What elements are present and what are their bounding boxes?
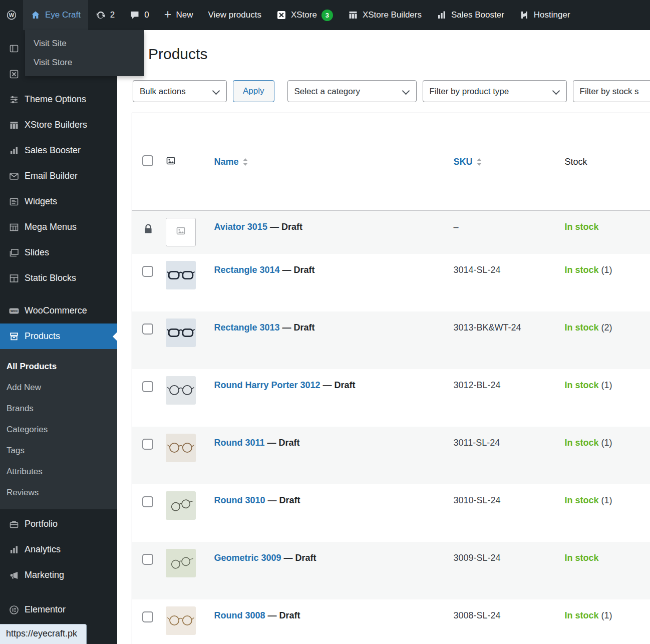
sku-cell: 3011-SL-24 [454,427,565,484]
sidebar-item-theme-options[interactable]: Theme Options [0,87,117,112]
post-state: — Draft [265,610,300,620]
menu-separator [0,588,117,597]
comments-indicator[interactable]: 0 [122,0,156,30]
product-image [166,549,196,577]
sku-cell: 3014-SL-24 [454,254,565,311]
stock-count: (1) [601,610,612,620]
product-image-placeholder [166,218,196,246]
wordpress-logo-button[interactable]: W [0,0,23,30]
sidebar-item-analytics[interactable]: Analytics [0,537,117,562]
submenu-item-attributes[interactable]: Attributes [0,461,117,482]
stock-count: (1) [601,380,612,390]
product-name-link[interactable]: Round 3010 [214,495,265,505]
page-title: Products [148,45,650,63]
submenu-item-all-products[interactable]: All Products [0,356,117,377]
svg-text:W: W [9,12,15,18]
widgets-icon [5,197,24,207]
product-image [166,376,196,405]
sku-cell: – [454,211,565,254]
stock-filter-select[interactable]: Filter by stock s [573,80,650,102]
sku-cell: 3008-SL-24 [454,599,565,644]
product-row: Round 3008 — Draft3008-SL-24In stock (1) [132,599,650,644]
xstore-badge: 3 [321,10,333,21]
row-checkbox[interactable] [142,324,153,335]
sku-cell: 3013-BK&WT-24 [454,311,565,369]
product-row: Round Harry Porter 3012 — Draft3012-BL-2… [132,369,650,427]
sales-booster-menu-button[interactable]: Sales Booster [429,0,512,30]
row-checkbox[interactable] [142,496,153,507]
submenu-item-add-new[interactable]: Add New [0,377,117,398]
row-checkbox[interactable] [142,611,153,622]
category-filter-select[interactable]: Select a category [287,80,417,102]
sidebar-item-email-builder[interactable]: Email Builder [0,163,117,189]
product-image [166,491,196,520]
sidebar-item-slides[interactable]: Slides [0,240,117,265]
stock-count: (1) [601,265,612,275]
site-menu-button[interactable]: Eye Craft [23,0,88,30]
sidebar-item-marketing[interactable]: Marketing [0,562,117,588]
builders-grid-icon [348,10,358,20]
product-name-link[interactable]: Round 3008 [214,610,265,620]
woocommerce-icon: WOO [5,306,24,316]
x-square-icon [5,69,24,79]
image-column-icon [166,156,176,166]
product-image [166,318,196,347]
sort-by-name-link[interactable]: Name [214,157,248,167]
new-content-button[interactable]: + New [157,0,201,30]
view-products-link[interactable]: View products [200,0,268,30]
updates-count: 2 [110,10,115,20]
row-checkbox[interactable] [142,381,153,392]
sku-cell: 3012-BL-24 [454,369,565,427]
bulk-actions-select[interactable]: Bulk actions [133,80,227,102]
update-icon [96,10,106,20]
sidebar-item-sales-booster[interactable]: Sales Booster [0,138,117,163]
product-name-link[interactable]: Geometric 3009 [214,553,281,563]
sidebar-item-portfolio[interactable]: Portfolio [0,511,117,537]
product-type-filter-select[interactable]: Filter by product type [423,80,567,102]
apply-button[interactable]: Apply [233,80,274,102]
comment-icon [130,10,140,20]
row-checkbox[interactable] [142,439,153,450]
post-state: — Draft [265,438,300,448]
post-state: — Draft [320,380,356,390]
stock-count: (1) [601,438,612,448]
product-row: Round 3011 — Draft3011-SL-24In stock (1) [132,427,650,484]
product-row: Aviator 3015 — Draft–In stock [132,211,650,254]
sidebar-item-static-blocks[interactable]: Static Blocks [0,265,117,291]
product-name-link[interactable]: Round 3011 [214,438,265,448]
stock-status: In stock [565,553,599,563]
hostinger-menu-button[interactable]: Hostinger [512,0,578,30]
product-name-link[interactable]: Round Harry Porter 3012 [214,380,320,390]
select-all-checkbox[interactable] [142,155,153,166]
site-name: Eye Craft [45,10,81,20]
updates-indicator[interactable]: 2 [88,0,122,30]
sort-by-sku-link[interactable]: SKU [454,157,482,167]
sidebar-item-elementor[interactable]: Elementor [0,597,117,622]
admin-bar: W Eye Craft 2 0 + New View products XSto… [0,0,650,30]
product-name-link[interactable]: Rectangle 3013 [214,323,280,333]
product-name-link[interactable]: Aviator 3015 [214,222,267,232]
submenu-item-categories[interactable]: Categories [0,419,117,440]
row-checkbox[interactable] [142,554,153,565]
xstore-menu-button[interactable]: XStore 3 [269,0,341,30]
post-state: — Draft [280,323,315,333]
xstore-builders-menu-button[interactable]: XStore Builders [341,0,429,30]
sidebar-item-mega-menus[interactable]: Mega Menus [0,214,117,240]
hostinger-icon [519,10,529,20]
product-row: Rectangle 3014 — Draft3014-SL-24In stock… [132,254,650,311]
stock-status: In stock [565,323,599,333]
sidebar-item-products[interactable]: Products [0,324,117,349]
visit-site-menu-item[interactable]: Visit Site [25,34,144,53]
visit-store-menu-item[interactable]: Visit Store [25,53,144,72]
sliders-icon [5,95,24,105]
site-menu-dropdown: Visit Site Visit Store [25,30,144,76]
sidebar-item-xstore-builders[interactable]: XStore Builders [0,112,117,138]
submenu-item-reviews[interactable]: Reviews [0,482,117,503]
stock-count: (2) [601,323,612,333]
submenu-item-brands[interactable]: Brands [0,398,117,419]
product-name-link[interactable]: Rectangle 3014 [214,265,280,275]
row-checkbox[interactable] [142,266,153,277]
submenu-item-tags[interactable]: Tags [0,440,117,461]
sidebar-item-widgets[interactable]: Widgets [0,189,117,214]
sidebar-item-woocommerce[interactable]: WOOWooCommerce [0,298,117,324]
